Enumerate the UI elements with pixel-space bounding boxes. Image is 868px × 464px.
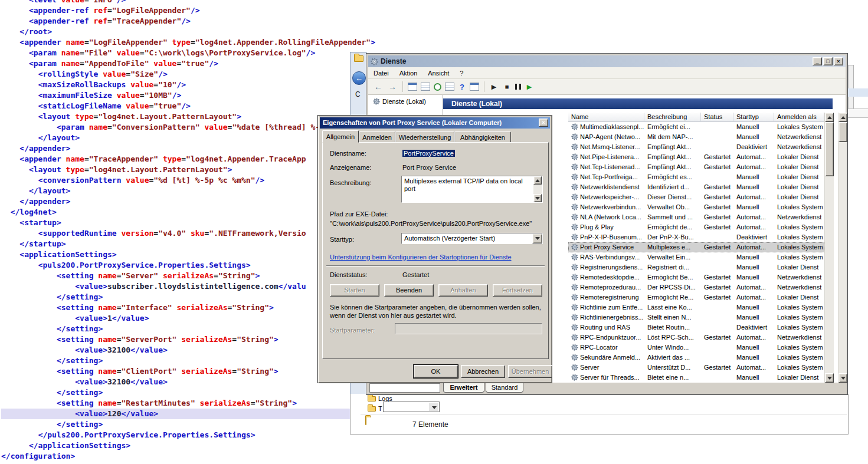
- scrollbar-thumb[interactable]: [838, 122, 847, 142]
- service-row[interactable]: RPC-Endpunktzuor...Löst RPC-Sch...Gestar…: [568, 333, 824, 343]
- close-button[interactable]: ×: [834, 57, 843, 65]
- code-line: <rollingStyle value="Size"/>: [1, 69, 351, 80]
- scroll-down-icon[interactable]: [825, 373, 834, 383]
- startoptionen-hilfe-link[interactable]: Unterstützung beim Konfigurieren der Sta…: [330, 254, 512, 261]
- chevron-down-icon[interactable]: [532, 233, 542, 243]
- service-row[interactable]: Net.Tcp-Listenerad...Empfängt Akt...Gest…: [568, 162, 824, 172]
- code-line: </setting>: [1, 356, 351, 366]
- code-line: <setting name="ClientPort" serializeAs="…: [1, 366, 351, 377]
- tree-item-dienste-lokal[interactable]: Dienste (Lokal): [368, 95, 443, 105]
- service-row[interactable]: RemoteregistrierungErmöglicht Re...Gesta…: [568, 292, 824, 302]
- tab-standard[interactable]: Standard: [486, 383, 523, 393]
- view-scrollbar[interactable]: [838, 113, 847, 383]
- service-row[interactable]: Remoteprozedurau...Der RPCSS-Di...Gestar…: [568, 282, 824, 292]
- file-list-item[interactable]: T: [368, 405, 382, 412]
- service-row[interactable]: Server für Threads...Bietet eine n...Man…: [568, 373, 824, 383]
- scroll-up-icon[interactable]: [838, 113, 847, 122]
- list-scrollbar[interactable]: [824, 113, 834, 383]
- minimize-button[interactable]: _: [813, 57, 822, 65]
- service-row[interactable]: Net.Tcp-Portfreiga...Ermöglicht es...Man…: [568, 172, 824, 182]
- starttyp-dropdown[interactable]: Automatisch (Verzögerter Start): [401, 233, 543, 244]
- chevron-down-icon[interactable]: [430, 403, 438, 411]
- scrollbar-thumb[interactable]: [825, 122, 834, 176]
- service-gear-icon: [571, 364, 578, 373]
- service-row[interactable]: NAP-Agent (Netwo...Mit dem NAP-...Manuel…: [568, 132, 824, 142]
- service-row[interactable]: Netzwerkspeicher-...Dieser Dienst...Gest…: [568, 192, 824, 202]
- service-gear-icon: [571, 143, 578, 152]
- explorer-dropdown[interactable]: [383, 402, 440, 412]
- scroll-up-icon[interactable]: [825, 113, 834, 122]
- code-line: </startup>: [1, 239, 351, 249]
- service-row[interactable]: Plug & PlayErmöglicht de...GestartetAuto…: [568, 222, 824, 232]
- menu-ansicht[interactable]: Ansicht: [422, 70, 454, 77]
- service-gear-icon: [571, 284, 578, 292]
- refresh-icon[interactable]: [434, 83, 441, 91]
- service-row[interactable]: Port Proxy ServiceMultiplexes e...Gestar…: [568, 242, 824, 252]
- show-console-tree-icon[interactable]: [408, 83, 417, 91]
- scroll-up-icon[interactable]: [533, 176, 542, 185]
- code-line: </setting>: [1, 387, 351, 398]
- pause-service-icon[interactable]: [515, 84, 521, 90]
- menu-datei[interactable]: Datei: [368, 70, 394, 77]
- code-line: <level value="INFO"/>: [1, 0, 351, 5]
- help-icon[interactable]: ?: [458, 83, 466, 91]
- service-row[interactable]: Net.Msmq-Listener...Empfängt Akt...Deakt…: [568, 142, 824, 152]
- column-header-beschreibung[interactable]: Beschreibung: [644, 113, 701, 122]
- scroll-down-icon[interactable]: [838, 373, 847, 383]
- anhalten-button: Anhalten: [438, 284, 488, 297]
- service-row[interactable]: RPC-LocatorUnter Windo...ManuellLokales …: [568, 343, 824, 353]
- service-row[interactable]: Netzwerkverbindun...Verwaltet Ob...Gesta…: [568, 202, 824, 212]
- start-service-icon[interactable]: ▶: [489, 83, 499, 91]
- column-header-status[interactable]: Status: [701, 113, 733, 122]
- service-row[interactable]: Remotedesktopdie...Ermöglicht Be...Gesta…: [568, 272, 824, 282]
- abbrechen-button[interactable]: Abbrechen: [461, 365, 505, 378]
- title-bar[interactable]: Dienste _ □ ×: [368, 55, 846, 67]
- tab-anmelden[interactable]: Anmelden: [359, 131, 395, 143]
- tab-allgemein[interactable]: Allgemein: [322, 130, 359, 143]
- service-row[interactable]: ServerUnterstützt D...GestartetAutomat..…: [568, 363, 824, 373]
- maximize-button[interactable]: □: [823, 57, 833, 65]
- column-header-anmelden-als[interactable]: Anmelden als: [774, 113, 824, 122]
- service-row[interactable]: Multimediaklassenpl...Ermöglicht ei...Ma…: [568, 122, 824, 132]
- service-row[interactable]: Richtlinienergebniss...Stellt einen N...…: [568, 312, 824, 323]
- service-row[interactable]: Registrierungsdiens...Registriert di...M…: [568, 262, 824, 272]
- export-list-icon[interactable]: [445, 83, 454, 91]
- scroll-down-icon[interactable]: [533, 194, 542, 202]
- service-row[interactable]: Routing und RASBietet Routin...Deaktivie…: [568, 323, 824, 333]
- back-arrow-icon[interactable]: ←: [373, 82, 384, 91]
- forward-arrow-icon[interactable]: →: [387, 82, 398, 91]
- column-header-starttyp[interactable]: Starttyp: [733, 113, 774, 122]
- service-gear-icon: [571, 264, 578, 272]
- restart-service-icon[interactable]: ▶: [525, 83, 534, 91]
- close-icon[interactable]: ×: [539, 119, 548, 127]
- tab-erweitert[interactable]: Erweitert: [443, 383, 484, 393]
- beschreibung-textbox[interactable]: Multiplexes external TCP/IP data on loca…: [401, 176, 543, 203]
- stop-service-icon[interactable]: ■: [502, 83, 512, 90]
- menu-hilfe[interactable]: ?: [454, 70, 469, 77]
- view-icon[interactable]: [470, 83, 479, 91]
- back-button[interactable]: ←: [352, 71, 366, 85]
- service-row[interactable]: RAS-Verbindungsv...Verwaltet Ein...Manue…: [568, 252, 824, 262]
- service-row[interactable]: NetzwerklistendienstIdentifiziert d...Ge…: [568, 182, 824, 192]
- column-header-name[interactable]: Name: [568, 113, 644, 122]
- ok-button[interactable]: OK: [414, 365, 458, 378]
- tab-wiederherstellung[interactable]: Wiederherstellung: [395, 131, 454, 143]
- code-line: <value>32100</value>: [1, 345, 351, 356]
- service-row[interactable]: Richtlinie zum Entfe...Lässt eine Ko...M…: [568, 302, 824, 312]
- dienstname-value[interactable]: PortProxyService: [402, 150, 455, 157]
- code-area[interactable]: <level value="INFO"/> <appender-ref ref=…: [1, 0, 351, 462]
- tab-abhaengigkeiten[interactable]: Abhängigkeiten: [454, 131, 511, 143]
- anzeigename-value[interactable]: Port Proxy Service: [402, 164, 456, 171]
- filter-box[interactable]: [369, 383, 440, 393]
- service-row[interactable]: PnP-X-IP-Busenum...Der PnP-X-Bu...Deakti…: [568, 232, 824, 242]
- properties-icon[interactable]: [421, 83, 430, 91]
- menu-aktion[interactable]: Aktion: [394, 70, 423, 77]
- textbox-scrollbar[interactable]: [533, 176, 542, 202]
- dialog-title-bar[interactable]: Eigenschaften von Port Proxy Service (Lo…: [320, 117, 550, 129]
- folder-icon: [368, 406, 376, 412]
- service-gear-icon: [571, 153, 578, 162]
- service-row[interactable]: Sekundäre Anmeld...Aktiviert das ...Manu…: [568, 353, 824, 363]
- service-row[interactable]: Net.Pipe-Listenera...Empfängt Akt...Gest…: [568, 152, 824, 162]
- service-row[interactable]: NLA (Network Loca...Sammelt und ...Gesta…: [568, 212, 824, 222]
- beenden-button[interactable]: Beenden: [384, 284, 434, 297]
